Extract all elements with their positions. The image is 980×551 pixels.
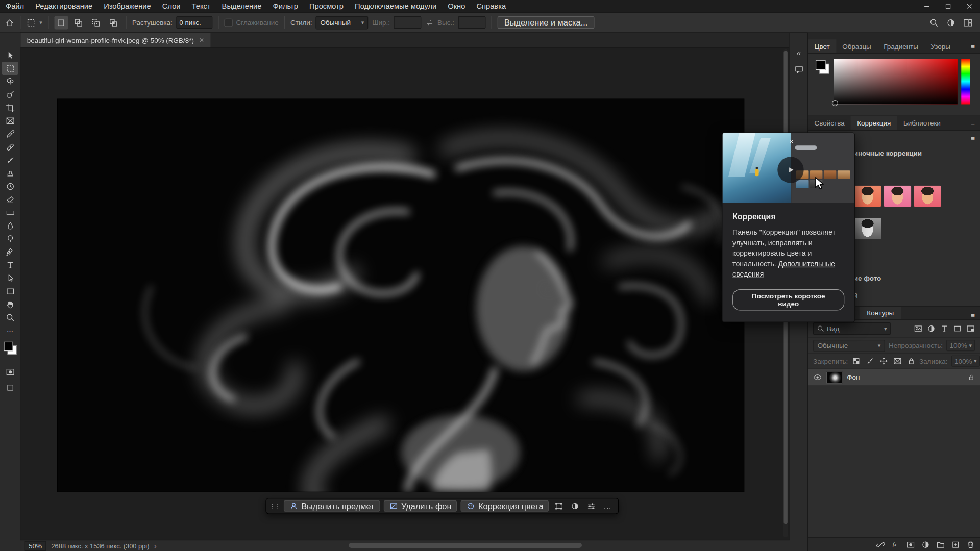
frame-tool[interactable]	[2, 114, 18, 128]
menu-window[interactable]: Окно	[442, 0, 471, 12]
smoothing-checkbox[interactable]	[224, 18, 232, 27]
opacity-value[interactable]: 100%▾	[946, 340, 975, 351]
adjustment-contrast-icon[interactable]	[569, 500, 581, 512]
select-subject-button[interactable]: Выделить предмет	[284, 500, 380, 512]
new-layer-icon[interactable]	[951, 540, 960, 549]
canvas-area[interactable]: ⋮⋮ Выделить предмет Удалить фон Коррекци…	[20, 48, 789, 540]
selection-mode-intersect-button[interactable]	[107, 16, 120, 29]
dodge-tool[interactable]	[2, 233, 18, 246]
quick-mask-button[interactable]	[2, 365, 18, 379]
remove-background-button[interactable]: Удалить фон	[384, 500, 457, 512]
styles-dropdown[interactable]: Обычный ▾	[316, 16, 369, 29]
taskbar-grip-handle[interactable]: ⋮⋮	[269, 502, 279, 510]
document-tab[interactable]: beautiful-girl-woman-profile-fnvk.jpeg @…	[20, 33, 211, 47]
delete-layer-trash-icon[interactable]	[966, 540, 975, 549]
popup-video-thumbnail[interactable]: ✕	[723, 133, 854, 203]
quick-selection-tool[interactable]	[2, 88, 18, 102]
menu-layers[interactable]: Слои	[157, 0, 186, 12]
comments-icon[interactable]	[794, 65, 803, 74]
link-layers-icon[interactable]	[876, 540, 885, 549]
layer-filter-dropdown[interactable]: Вид ▾	[813, 322, 891, 335]
lasso-tool[interactable]	[2, 75, 18, 88]
zoom-tool[interactable]	[2, 311, 18, 324]
transform-icon[interactable]	[553, 500, 565, 512]
watch-video-button[interactable]: Посмотреть короткое видео	[732, 289, 844, 311]
shape-layer-filter-icon[interactable]	[953, 324, 962, 333]
chevron-right-icon[interactable]: ›	[154, 542, 156, 550]
spot-healing-tool[interactable]	[2, 141, 18, 154]
tab-gradients[interactable]: Градиенты	[877, 39, 924, 53]
taskbar-more-ellipsis[interactable]: …	[601, 502, 613, 511]
tool-preset-marquee-icon[interactable]	[26, 18, 35, 27]
tab-swatches[interactable]: Образцы	[836, 39, 877, 53]
edit-toolbar-ellipsis[interactable]: …	[2, 324, 18, 335]
adjustment-preset-thumbnail[interactable]	[914, 186, 941, 207]
close-icon[interactable]: ✕	[199, 37, 204, 43]
layer-row-background[interactable]: Фон	[808, 369, 980, 386]
layer-visibility-eye-icon[interactable]	[813, 373, 822, 382]
menu-filter[interactable]: Фильтр	[267, 0, 304, 12]
lock-artboard-icon[interactable]	[893, 357, 901, 365]
layer-thumbnail[interactable]	[826, 371, 843, 383]
add-layer-mask-icon[interactable]	[906, 540, 915, 549]
blend-mode-dropdown[interactable]: Обычные ▾	[813, 340, 885, 352]
adjustment-layer-filter-icon[interactable]	[927, 324, 936, 333]
layer-style-fx-icon[interactable]	[891, 540, 900, 549]
panel-menu-icon[interactable]: ≡	[971, 312, 980, 319]
selection-mode-subtract-button[interactable]	[89, 16, 103, 29]
smart-object-filter-icon[interactable]	[966, 324, 975, 333]
eyedropper-tool[interactable]	[2, 128, 18, 141]
brush-tool[interactable]	[2, 154, 18, 167]
tab-properties[interactable]: Свойства	[808, 116, 851, 130]
selection-mode-add-button[interactable]	[71, 16, 85, 29]
path-selection-tool[interactable]	[2, 272, 18, 285]
color-picker-marker[interactable]	[832, 100, 838, 106]
adjustment-preset-thumbnail[interactable]	[884, 186, 911, 207]
width-input[interactable]	[394, 16, 421, 29]
horizontal-scrollbar-thumb[interactable]	[349, 543, 582, 548]
height-input[interactable]	[458, 16, 485, 29]
lock-transparency-icon[interactable]	[852, 357, 861, 365]
collapse-panels-icon[interactable]: «	[797, 49, 801, 58]
minimize-button[interactable]	[916, 0, 938, 12]
tab-libraries[interactable]: Библиотеки	[897, 116, 947, 130]
blur-tool[interactable]	[2, 219, 18, 233]
clone-stamp-tool[interactable]	[2, 167, 18, 180]
settings-sliders-icon[interactable]	[585, 500, 598, 512]
pen-tool[interactable]	[2, 245, 18, 259]
gradient-tool[interactable]	[2, 206, 18, 219]
tab-paths[interactable]: Контуры	[860, 307, 901, 319]
select-and-mask-button[interactable]: Выделение и маска...	[497, 16, 594, 29]
tab-adjustments[interactable]: Коррекция	[851, 116, 897, 130]
menu-edit[interactable]: Редактирование	[30, 0, 98, 12]
canvas-image[interactable]	[58, 99, 744, 492]
menu-plugins[interactable]: Подключаемые модули	[349, 0, 442, 12]
maximize-button[interactable]	[938, 0, 959, 12]
menu-help[interactable]: Справка	[471, 0, 511, 12]
workspace-switcher-icon[interactable]	[963, 18, 972, 27]
menu-file[interactable]: Файл	[0, 0, 30, 12]
saturation-brightness-field[interactable]	[834, 59, 957, 104]
foreground-color-swatch[interactable]	[4, 342, 13, 351]
type-tool[interactable]	[2, 259, 18, 272]
rectangle-tool[interactable]	[2, 285, 18, 298]
feather-input[interactable]	[176, 16, 212, 29]
move-tool[interactable]	[2, 49, 18, 62]
history-brush-tool[interactable]	[2, 180, 18, 193]
tab-patterns[interactable]: Узоры	[924, 39, 957, 53]
eraser-tool[interactable]	[2, 193, 18, 206]
close-button[interactable]	[959, 0, 980, 12]
screen-mode-button[interactable]	[2, 381, 18, 394]
selection-mode-new-button[interactable]	[54, 16, 68, 29]
lock-position-icon[interactable]	[879, 357, 888, 365]
menu-select[interactable]: Выделение	[216, 0, 267, 12]
panel-menu-icon[interactable]: ≡	[971, 42, 980, 50]
new-group-folder-icon[interactable]	[936, 540, 945, 549]
fill-value[interactable]: 100%▾	[951, 356, 980, 367]
foreground-color-mini-swatch[interactable]	[816, 60, 826, 70]
play-button[interactable]	[777, 157, 803, 183]
hue-slider[interactable]	[961, 59, 970, 104]
swap-dimensions-icon[interactable]	[425, 18, 434, 27]
home-icon[interactable]	[5, 18, 14, 27]
crop-tool[interactable]	[2, 101, 18, 114]
